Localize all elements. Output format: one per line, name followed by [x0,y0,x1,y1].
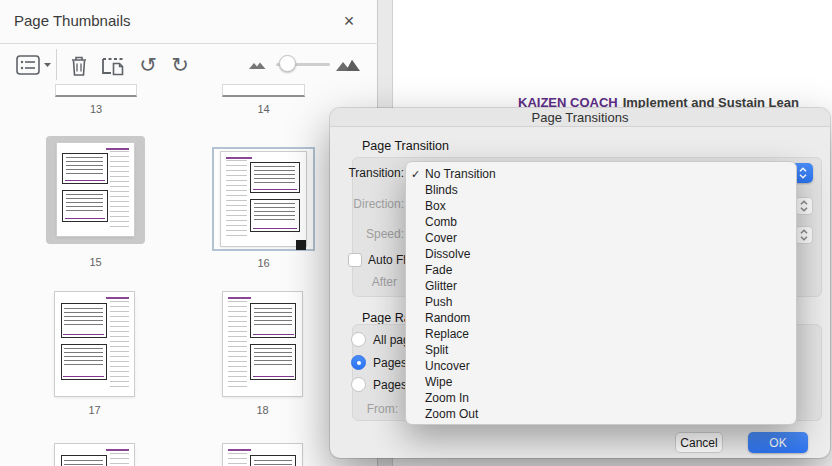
menu-item-wipe[interactable]: Wipe [406,374,796,390]
mini-note-lines [226,160,247,240]
mini-slide-box [250,199,300,232]
mini-slide-box [61,303,108,337]
thumbnail-label-17: 17 [55,404,134,416]
menu-item-zoom-out[interactable]: Zoom Out [406,406,796,422]
menu-item-zoom-in[interactable]: Zoom In [406,390,796,406]
thumbnail-zoom-slider-knob[interactable] [279,55,296,72]
list-options-icon [16,55,40,75]
zoom-small-button[interactable] [247,52,267,78]
mini-note-lines [110,151,129,230]
menu-item-replace[interactable]: Replace [406,326,796,342]
checkmark-icon: ✓ [409,166,422,182]
zoom-large-button[interactable] [335,52,361,78]
thumbnail-page-16[interactable] [221,152,306,246]
small-mountain-icon [249,60,266,70]
dialog-title: Page Transitions [330,108,830,127]
mini-slide-box [250,162,300,193]
thumbnail-page-18[interactable] [223,292,302,396]
direction-popup-button[interactable] [795,197,813,215]
ok-button[interactable]: OK [748,432,808,453]
menu-item-random[interactable]: Random [406,310,796,326]
trash-icon [69,54,89,77]
mini-header-rule [228,297,252,299]
thumbnail-page-14[interactable] [222,84,305,97]
insert-extract-page-icon [101,54,125,76]
popup-chevrons-icon [800,229,808,241]
popup-chevrons-icon [799,167,807,179]
mini-header-rule [106,297,130,299]
pages-selected-label: Pages [373,356,407,370]
mini-note-lines [228,301,248,389]
mini-header-rule [106,148,129,150]
mini-note-lines [110,453,130,466]
thumbnail-page-20[interactable] [223,444,302,466]
thumbnail-label-16: 16 [221,257,306,269]
thumbnail-label-14: 14 [222,103,305,115]
thumbnail-page-17[interactable] [55,292,134,396]
speed-popup-button[interactable] [795,226,813,244]
menu-item-comb[interactable]: Comb [406,214,796,230]
current-page-handle[interactable] [296,240,306,250]
pages-range-label: Pages [373,378,407,392]
menu-item-fade[interactable]: Fade [406,262,796,278]
panel-divider [0,43,378,44]
menu-item-push[interactable]: Push [406,294,796,310]
all-pages-radio[interactable] [351,332,366,347]
menu-item-split[interactable]: Split [406,342,796,358]
thumbnail-options-button[interactable] [12,52,56,78]
thumbnail-label-15: 15 [57,256,134,268]
menu-item-dissolve[interactable]: Dissolve [406,246,796,262]
mini-slide-box [62,190,107,223]
auto-flip-checkbox[interactable] [348,253,362,267]
transition-label: Transition: [330,166,404,180]
menu-item-box[interactable]: Box [406,198,796,214]
thumbnail-page-13[interactable] [55,84,137,97]
rotate-right-button[interactable]: ↻ [166,52,194,78]
rotate-right-icon: ↻ [171,52,189,78]
mini-note-lines [228,453,248,466]
menu-item-glitter[interactable]: Glitter [406,278,796,294]
menu-item-uncover[interactable]: Uncover [406,358,796,374]
mini-slide-box [62,153,107,184]
pages-range-radio[interactable] [351,377,366,392]
transition-dropdown-menu: ✓No Transition Blinds Box Comb Cover Dis… [405,161,797,425]
after-label: After [330,275,397,289]
thumbnail-page-19[interactable] [55,444,134,466]
mini-header-rule [228,449,252,451]
chevron-down-icon [43,62,52,68]
popup-chevrons-icon [800,200,808,212]
section-page-transition: Page Transition [362,139,449,153]
close-icon[interactable]: × [338,10,360,32]
from-label: From: [330,402,398,416]
toolbar-separator [56,49,57,80]
delete-page-button[interactable] [66,52,92,78]
thumbnail-page-15[interactable] [57,143,134,236]
mini-slide-box [61,344,108,380]
mini-header-rule [226,157,252,159]
mini-header-rule [106,449,130,451]
menu-item-cover[interactable]: Cover [406,230,796,246]
large-mountains-icon [336,58,360,72]
rotate-left-button[interactable]: ↺ [134,52,162,78]
thumbnail-label-18: 18 [223,404,302,416]
menu-item-blinds[interactable]: Blinds [406,182,796,198]
menu-item-no-transition[interactable]: ✓No Transition [406,166,796,182]
pages-selected-radio[interactable] [351,355,366,370]
auto-flip-label: Auto Fl [368,253,406,267]
panel-title: Page Thumbnails [14,12,130,29]
page-thumbnails-panel: Page Thumbnails × [0,0,378,466]
mini-slide-box [61,455,108,466]
cancel-button[interactable]: Cancel [675,432,723,453]
mini-slide-box [250,303,297,337]
insert-page-button[interactable] [99,52,127,78]
rotate-left-icon: ↺ [139,52,157,78]
mini-slide-box [250,455,297,466]
direction-label: Direction: [330,197,404,211]
thumbnail-label-13: 13 [55,103,137,115]
speed-label: Speed: [330,227,404,241]
app-window: KAIZEN COACHImplement and Sustain Lean P… [0,0,832,466]
mini-slide-box [250,344,297,380]
mini-note-lines [110,301,130,389]
